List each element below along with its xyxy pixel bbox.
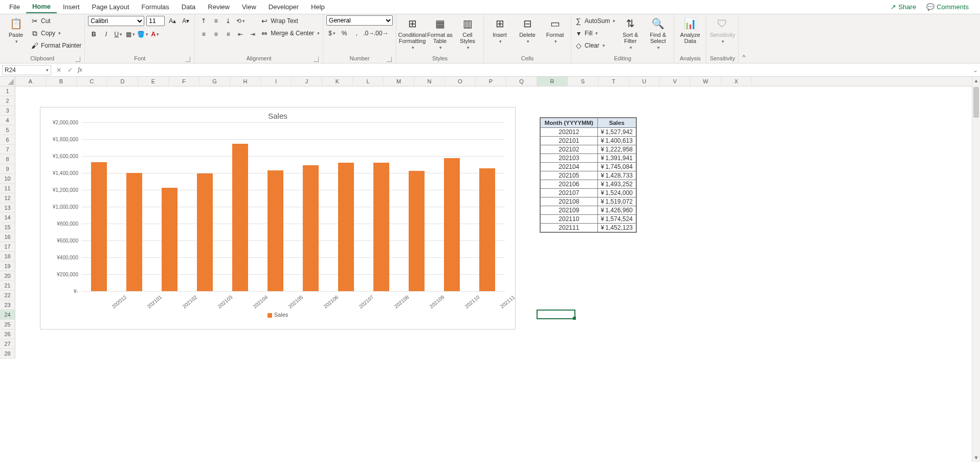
increase-decimal-icon[interactable]: .0→ <box>363 28 374 39</box>
increase-font-icon[interactable]: A▴ <box>167 15 178 27</box>
font-name-select[interactable]: Calibri <box>88 16 144 26</box>
expand-formula-bar-icon[interactable]: ⌄ <box>971 67 980 74</box>
table-row[interactable]: 202105¥1,428,733 <box>541 171 636 180</box>
sort-filter-button[interactable]: ⇅Sort & Filter▾ <box>617 15 643 50</box>
row-header-25[interactable]: 25 <box>0 320 15 329</box>
format-painter-button[interactable]: 🖌Format Painter <box>31 40 81 51</box>
bar-202012[interactable] <box>91 162 107 291</box>
row-header-1[interactable]: 1 <box>0 86 15 96</box>
italic-button[interactable]: I <box>100 29 112 40</box>
col-header-B[interactable]: B <box>46 77 77 86</box>
bar-202102[interactable] <box>162 188 177 291</box>
col-header-D[interactable]: D <box>107 77 138 86</box>
row-header-12[interactable]: 12 <box>0 193 15 203</box>
table-row[interactable]: 202109¥1,426,960 <box>541 206 636 215</box>
row-header-28[interactable]: 28 <box>0 349 15 359</box>
align-middle-icon[interactable]: ≡ <box>210 15 221 27</box>
cancel-icon[interactable]: ✕ <box>53 64 64 76</box>
bar-202110[interactable] <box>444 158 460 291</box>
alignment-launcher[interactable] <box>314 57 319 62</box>
row-header-22[interactable]: 22 <box>0 291 15 300</box>
col-header-P[interactable]: P <box>476 77 506 86</box>
row-header-14[interactable]: 14 <box>0 213 15 223</box>
delete-cells-button[interactable]: ⊟Delete▾ <box>515 15 540 44</box>
number-launcher[interactable] <box>387 57 392 62</box>
share-button[interactable]: ↗Share <box>887 2 919 12</box>
fill-color-button[interactable]: 🪣▾ <box>137 29 148 40</box>
bar-202111[interactable] <box>479 168 495 291</box>
tab-file[interactable]: File <box>3 1 26 13</box>
autosum-button[interactable]: ∑AutoSum▾ <box>574 15 615 27</box>
col-header-L[interactable]: L <box>353 77 384 86</box>
col-header-I[interactable]: I <box>261 77 292 86</box>
indent-decrease-icon[interactable]: ⇤ <box>235 29 246 40</box>
conditional-formatting-button[interactable]: ⊞Conditional Formatting▾ <box>399 15 425 50</box>
col-header-N[interactable]: N <box>414 77 445 86</box>
format-cells-button[interactable]: ▭Format▾ <box>542 15 568 44</box>
wrap-text-button[interactable]: ↩Wrap Text <box>260 15 320 27</box>
fx-icon[interactable]: fx <box>78 66 82 74</box>
find-select-button[interactable]: 🔍Find & Select▾ <box>645 15 671 50</box>
bold-button[interactable]: B <box>88 29 99 40</box>
bar-202106[interactable] <box>303 165 319 291</box>
row-header-7[interactable]: 7 <box>0 145 15 155</box>
select-all-corner[interactable] <box>0 77 15 86</box>
row-header-24[interactable]: 24 <box>0 310 15 320</box>
chart[interactable]: Sales ¥-¥200,000¥400,000¥600,000¥800,000… <box>40 107 516 329</box>
tab-developer[interactable]: Developer <box>262 1 305 13</box>
table-row[interactable]: 202107¥1,524,000 <box>541 189 636 197</box>
table-row[interactable]: 202110¥1,574,524 <box>541 215 636 224</box>
col-header-H[interactable]: H <box>230 77 261 86</box>
col-header-T[interactable]: T <box>598 77 629 86</box>
row-header-4[interactable]: 4 <box>0 116 15 125</box>
tab-view[interactable]: View <box>236 1 262 13</box>
row-header-15[interactable]: 15 <box>0 223 15 232</box>
table-row[interactable]: 202111¥1,452,123 <box>541 224 636 232</box>
format-as-table-button[interactable]: ▦Format as Table▾ <box>427 15 453 50</box>
tab-page-layout[interactable]: Page Layout <box>86 1 136 13</box>
col-header-C[interactable]: C <box>77 77 107 86</box>
border-button[interactable]: ▦▾ <box>125 29 136 40</box>
table-row[interactable]: 202101¥1,400,613 <box>541 137 636 145</box>
scrollbar-thumb[interactable] <box>973 87 979 118</box>
align-center-icon[interactable]: ≡ <box>210 29 221 40</box>
decrease-font-icon[interactable]: A▾ <box>180 15 191 27</box>
tab-data[interactable]: Data <box>175 1 202 13</box>
tab-help[interactable]: Help <box>305 1 331 13</box>
data-table[interactable]: Month (YYYYMM)Sales202012¥1,527,94220210… <box>540 117 637 233</box>
font-color-button[interactable]: A▾ <box>149 29 161 40</box>
bar-202107[interactable] <box>338 163 354 291</box>
bar-202105[interactable] <box>268 170 283 291</box>
bar-202109[interactable] <box>409 171 425 291</box>
align-top-icon[interactable]: ⤒ <box>198 15 209 27</box>
row-header-9[interactable]: 9 <box>0 164 15 174</box>
align-right-icon[interactable]: ≡ <box>222 29 234 40</box>
table-row[interactable]: 202106¥1,493,252 <box>541 180 636 189</box>
enter-icon[interactable]: ✓ <box>64 64 76 76</box>
align-left-icon[interactable]: ≡ <box>198 29 209 40</box>
col-header-M[interactable]: M <box>384 77 414 86</box>
tab-insert[interactable]: Insert <box>57 1 86 13</box>
row-header-5[interactable]: 5 <box>0 125 15 135</box>
col-header-G[interactable]: G <box>199 77 230 86</box>
row-header-18[interactable]: 18 <box>0 252 15 261</box>
col-header-W[interactable]: W <box>691 77 721 86</box>
fill-button[interactable]: ▾Fill▾ <box>574 28 615 39</box>
clear-button[interactable]: ◇Clear▾ <box>574 40 615 51</box>
underline-button[interactable]: U▾ <box>113 29 124 40</box>
row-header-6[interactable]: 6 <box>0 135 15 145</box>
col-header-K[interactable]: K <box>322 77 353 86</box>
row-header-3[interactable]: 3 <box>0 106 15 116</box>
row-header-19[interactable]: 19 <box>0 261 15 271</box>
col-header-S[interactable]: S <box>568 77 598 86</box>
row-header-23[interactable]: 23 <box>0 300 15 310</box>
col-header-R[interactable]: R <box>537 77 568 86</box>
table-row[interactable]: 202104¥1,745,084 <box>541 163 636 171</box>
row-header-17[interactable]: 17 <box>0 242 15 252</box>
row-header-8[interactable]: 8 <box>0 155 15 164</box>
bar-202101[interactable] <box>126 173 142 291</box>
vertical-scrollbar[interactable]: ▲ ▼ <box>972 77 980 462</box>
tab-review[interactable]: Review <box>202 1 236 13</box>
row-header-27[interactable]: 27 <box>0 339 15 349</box>
comma-icon[interactable]: , <box>351 28 362 39</box>
